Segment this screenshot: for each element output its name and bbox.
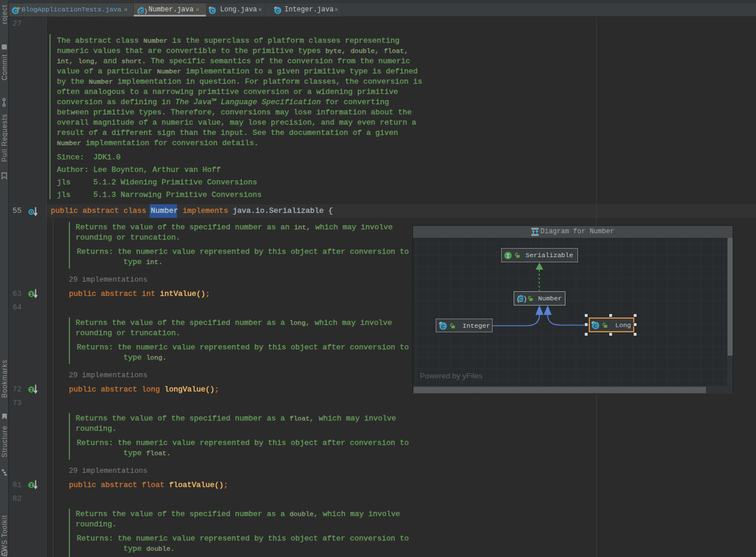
svg-text:C: C: [593, 322, 597, 328]
svg-text:): ): [523, 295, 526, 303]
svg-text:I: I: [30, 292, 32, 298]
svg-text:I: I: [30, 483, 32, 489]
svg-text:I: I: [30, 387, 32, 393]
svg-text:I: I: [506, 253, 510, 259]
svg-text:C: C: [140, 8, 143, 14]
svg-text:): ): [144, 7, 147, 14]
svg-text:C: C: [276, 8, 280, 14]
svg-text:C: C: [210, 8, 214, 14]
svg-text:C: C: [14, 8, 18, 14]
svg-text:C: C: [441, 323, 445, 329]
